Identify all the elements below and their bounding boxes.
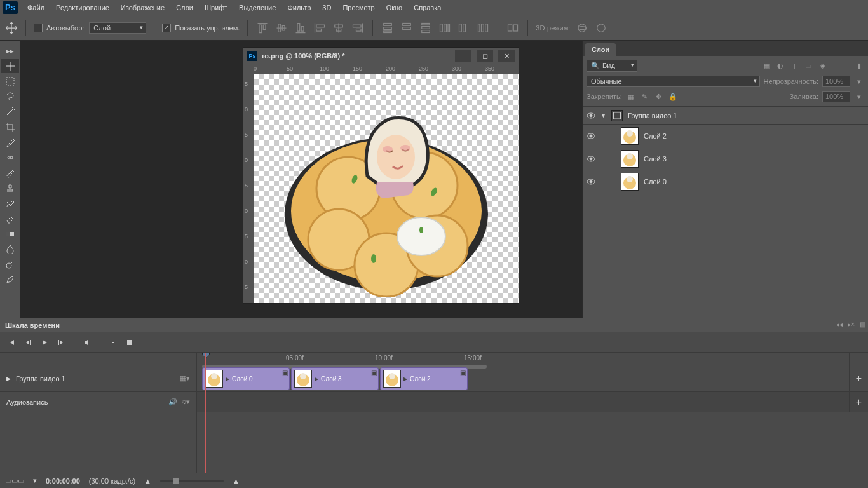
- filter-adjust-icon[interactable]: ◐: [775, 61, 785, 71]
- playhead-line[interactable]: [205, 353, 206, 473]
- zoom-slider[interactable]: [160, 480, 224, 482]
- maximize-button[interactable]: ◻: [477, 50, 493, 62]
- filter-smart-icon[interactable]: ◈: [817, 61, 827, 71]
- fill-dropdown-icon[interactable]: ▾: [854, 92, 864, 102]
- menu-window[interactable]: Окно: [381, 1, 409, 14]
- track-audio-icon[interactable]: 🔊: [168, 398, 177, 406]
- align-top-icon[interactable]: [255, 21, 269, 35]
- layer-row[interactable]: Слой 2: [583, 125, 868, 147]
- track-film-icon[interactable]: ▦▾: [180, 374, 190, 383]
- fill-input[interactable]: 100%: [822, 91, 850, 102]
- menu-image[interactable]: Изображение: [115, 1, 170, 14]
- filter-toggle-icon[interactable]: ▮: [854, 61, 864, 71]
- timeline-clip[interactable]: ▶ Слой 0 ▣: [202, 367, 290, 390]
- opacity-dropdown-icon[interactable]: ▾: [854, 76, 864, 86]
- group-arrow-icon[interactable]: ▼: [600, 112, 606, 119]
- brush-tool[interactable]: [1, 166, 19, 180]
- play-button[interactable]: [38, 336, 51, 349]
- video-track[interactable]: ▶ Слой 0 ▣ ▶ Слой 3 ▣ ▶ Слой 2 ▣: [197, 365, 868, 392]
- 3d-orbit-icon[interactable]: [575, 21, 589, 35]
- eyedropper-tool[interactable]: [1, 135, 19, 149]
- timeline-clip[interactable]: ▶ Слой 3 ▣: [291, 367, 379, 390]
- menu-file[interactable]: Файл: [22, 1, 50, 14]
- menu-view[interactable]: Просмотр: [337, 1, 380, 14]
- add-audio-track-button[interactable]: +: [849, 392, 868, 412]
- crop-tool[interactable]: [1, 120, 19, 134]
- dodge-tool[interactable]: [1, 257, 19, 271]
- history-brush-tool[interactable]: [1, 196, 19, 210]
- opacity-input[interactable]: 100%: [822, 76, 850, 87]
- layer-row[interactable]: Слой 0: [583, 170, 868, 193]
- visibility-icon[interactable]: [587, 132, 595, 140]
- menu-select[interactable]: Выделение: [233, 1, 281, 14]
- distribute-hcenter-icon[interactable]: [457, 21, 471, 35]
- move-tool[interactable]: [1, 59, 19, 73]
- align-hcenter-icon[interactable]: [332, 21, 346, 35]
- expand-tool-icon[interactable]: ▸▸: [1, 44, 19, 58]
- canvas[interactable]: [254, 74, 519, 303]
- next-frame-button[interactable]: [55, 336, 67, 349]
- distribute-bottom-icon[interactable]: [419, 21, 433, 35]
- wand-tool[interactable]: [1, 105, 19, 119]
- timeline-tracks[interactable]: 05:00f 10:00f 15:00f ▶ Слой 0 ▣ ▶ Слой 3…: [197, 353, 868, 473]
- align-left-icon[interactable]: [313, 21, 327, 35]
- zoom-in-icon[interactable]: ▲: [233, 477, 240, 485]
- auto-align-icon[interactable]: [506, 21, 520, 35]
- document-titlebar[interactable]: Ps то.png @ 100% (RGB/8) * — ◻ ✕: [243, 48, 519, 64]
- distribute-vcenter-icon[interactable]: [400, 21, 414, 35]
- layer-name[interactable]: Слой 3: [644, 155, 667, 163]
- clip-menu-icon[interactable]: ▣: [282, 369, 288, 376]
- stamp-tool[interactable]: [1, 181, 19, 195]
- panel-close-icon[interactable]: ▸×: [848, 321, 855, 328]
- clip-menu-icon[interactable]: ▣: [460, 369, 466, 376]
- zoom-out-icon[interactable]: ▲: [144, 477, 151, 485]
- align-right-icon[interactable]: [351, 21, 365, 35]
- lock-pixels-icon[interactable]: ✎: [640, 92, 650, 102]
- 3d-roll-icon[interactable]: [594, 21, 608, 35]
- visibility-icon[interactable]: [587, 154, 595, 163]
- clip-menu-icon[interactable]: ▣: [371, 369, 377, 376]
- frame-mode-icon[interactable]: ▭▭▭: [5, 477, 24, 485]
- transition-button[interactable]: [123, 336, 136, 349]
- split-button[interactable]: [107, 336, 119, 349]
- layers-tab[interactable]: Слои: [585, 43, 616, 56]
- menu-help[interactable]: Справка: [408, 1, 447, 14]
- close-button[interactable]: ✕: [498, 50, 515, 62]
- lock-all-icon[interactable]: 🔒: [668, 92, 678, 102]
- visibility-icon[interactable]: [587, 177, 595, 186]
- filter-pixel-icon[interactable]: ▦: [761, 61, 771, 71]
- auto-select-mode[interactable]: Слой: [89, 22, 146, 34]
- menu-edit[interactable]: Редактирование: [50, 1, 115, 14]
- playhead-marker[interactable]: [202, 353, 210, 358]
- panel-menu-icon[interactable]: ▤: [860, 321, 865, 328]
- blend-mode-select[interactable]: Обычные: [587, 76, 760, 87]
- heal-tool[interactable]: [1, 151, 19, 165]
- gradient-tool[interactable]: [1, 227, 19, 241]
- layer-filter-kind[interactable]: 🔍Вид: [587, 60, 637, 72]
- add-video-track-button[interactable]: +: [849, 365, 868, 392]
- track-note-icon[interactable]: ♫▾: [181, 398, 190, 406]
- blur-tool[interactable]: [1, 242, 19, 256]
- transform-controls-checkbox[interactable]: Показать упр. элем.: [162, 24, 240, 32]
- panel-collapse-icon[interactable]: ◂◂: [836, 321, 843, 328]
- audio-track-label[interactable]: Аудиозапись 🔊 ♫▾: [0, 392, 196, 412]
- visibility-icon[interactable]: [587, 111, 595, 120]
- lasso-tool[interactable]: [1, 90, 19, 104]
- track-expand-icon[interactable]: ▶: [6, 376, 11, 382]
- distribute-top-icon[interactable]: [381, 21, 395, 35]
- dropdown-icon[interactable]: ▾: [33, 477, 37, 485]
- pen-tool[interactable]: [1, 273, 19, 287]
- align-bottom-icon[interactable]: [294, 21, 308, 35]
- document-window[interactable]: Ps то.png @ 100% (RGB/8) * — ◻ ✕ 0 50 10…: [243, 47, 519, 304]
- menu-type[interactable]: Шрифт: [199, 1, 233, 14]
- mute-button[interactable]: [81, 336, 93, 349]
- audio-track[interactable]: [197, 392, 868, 412]
- lock-position-icon[interactable]: ✥: [654, 92, 664, 102]
- menu-layers[interactable]: Слои: [170, 1, 199, 14]
- eraser-tool[interactable]: [1, 212, 19, 226]
- filter-shape-icon[interactable]: ▭: [803, 61, 813, 71]
- distribute-left-icon[interactable]: [438, 21, 452, 35]
- menu-3d[interactable]: 3D: [316, 1, 337, 14]
- auto-select-checkbox[interactable]: Автовыбор:: [34, 24, 84, 32]
- menu-filter[interactable]: Фильтр: [281, 1, 316, 14]
